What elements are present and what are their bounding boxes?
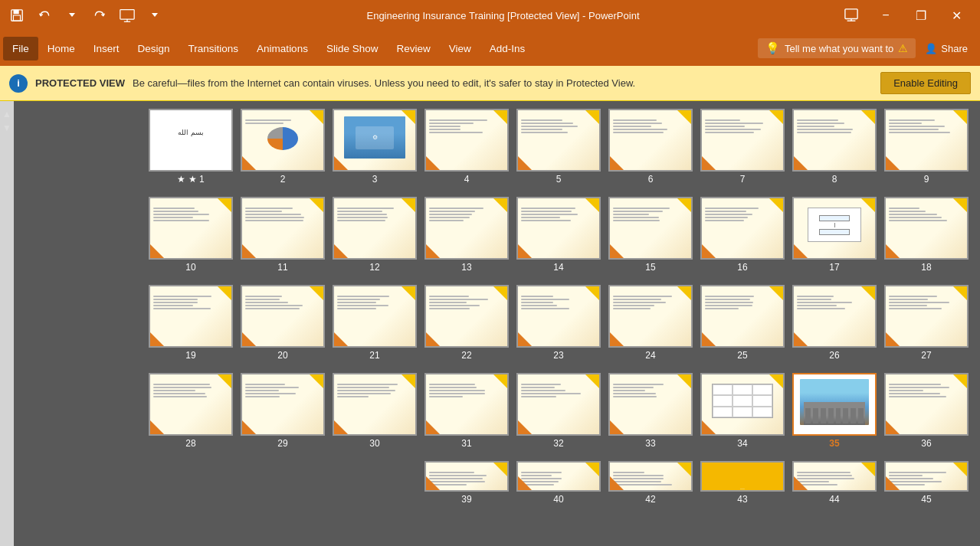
slide-item[interactable]: 28 [149,373,233,449]
slide-thumb-18[interactable] [884,197,969,260]
slide-thumb-27[interactable] [884,285,969,348]
slide-thumb-19[interactable] [149,285,233,348]
slide-item[interactable]: 17 [792,197,877,273]
slide-thumb-30[interactable] [333,373,417,436]
slide-item[interactable]: 34 [700,373,785,449]
slide-thumb-34[interactable] [700,373,785,436]
slide-thumb-43[interactable]: ... [700,461,785,492]
slide-item[interactable]: 8 [792,109,877,185]
slide-thumb-17[interactable] [792,197,877,260]
slides-area[interactable]: 987654⚙32بسم الله★ 118171615141312111027… [14,101,980,546]
slide-thumb-16[interactable] [700,197,785,260]
slide-thumb-29[interactable] [241,373,325,436]
slide-item[interactable]: 10 [149,197,233,273]
slide-item[interactable]: 42 [608,461,693,505]
scroll-up-arrow[interactable]: ▲ [2,107,11,121]
slide-thumb-15[interactable] [608,197,693,260]
menu-animations[interactable]: Animations [247,37,317,60]
slide-thumb-7[interactable] [700,109,785,172]
slide-thumb-2[interactable] [241,109,325,172]
slide-item[interactable]: 45 [884,461,969,505]
slide-thumb-23[interactable] [516,285,601,348]
slide-thumb-14[interactable] [516,197,601,260]
undo-button[interactable] [34,5,55,26]
customize-qat-button[interactable] [61,5,83,26]
slide-item[interactable]: 44 [792,461,877,505]
slide-thumb-4[interactable] [424,109,509,172]
slide-thumb-11[interactable] [241,197,325,260]
slide-item[interactable]: ...43 [700,461,785,505]
slide-thumb-10[interactable] [149,197,233,260]
slide-item[interactable]: 12 [333,197,417,273]
slide-item[interactable]: 18 [884,197,969,273]
slide-thumb-31[interactable] [424,373,509,436]
slide-item[interactable]: 11 [241,197,325,273]
slide-thumb-40[interactable] [516,461,601,492]
slide-item[interactable]: 13 [424,197,509,273]
slide-thumb-12[interactable] [333,197,417,260]
slide-item[interactable]: 33 [608,373,693,449]
slide-item[interactable]: 15 [608,197,693,273]
slide-thumb-5[interactable] [516,109,601,172]
menu-slideshow[interactable]: Slide Show [317,37,388,60]
redo-button[interactable] [89,5,110,26]
enable-editing-button[interactable]: Enable Editing [880,72,971,94]
slide-thumb-26[interactable] [792,285,877,348]
slide-item[interactable]: 4 [424,109,509,185]
tell-me-search[interactable]: 💡 Tell me what you want to ⚠ [758,38,916,58]
close-button[interactable]: ✕ [939,0,974,31]
slide-thumb-28[interactable] [149,373,233,436]
slide-thumb-36[interactable] [884,373,969,436]
dropdown-arrow[interactable] [144,5,166,26]
slide-thumb-42[interactable] [608,461,693,492]
slide-thumb-13[interactable] [424,197,509,260]
slide-item[interactable]: 29 [241,373,325,449]
slide-thumb-25[interactable] [700,285,785,348]
slide-item[interactable]: 25 [700,285,785,361]
restore-button[interactable]: ❐ [903,0,939,31]
slide-item[interactable]: 9 [884,109,969,185]
slide-item[interactable]: 26 [792,285,877,361]
slide-thumb-8[interactable] [792,109,877,172]
slide-item[interactable]: 36 [884,373,969,449]
menu-view[interactable]: View [440,37,480,60]
slide-thumb-22[interactable] [424,285,509,348]
slide-item[interactable]: 22 [424,285,509,361]
help-icon[interactable] [841,5,862,26]
slide-item[interactable]: 21 [333,285,417,361]
slide-item[interactable]: 32 [516,373,601,449]
slide-item[interactable]: 40 [516,461,601,505]
share-button[interactable]: 👤 Share [916,40,977,57]
slide-item[interactable]: 6 [608,109,693,185]
slide-item[interactable]: 31 [424,373,509,449]
slide-item[interactable]: بسم الله★ 1 [149,109,233,185]
scroll-down-arrow[interactable]: ▼ [2,121,11,135]
slide-item[interactable]: 2 [241,109,325,185]
slide-thumb-24[interactable] [608,285,693,348]
minimize-button[interactable]: − [868,0,903,31]
slide-item[interactable]: 19 [149,285,233,361]
menu-file[interactable]: File [3,37,38,60]
slide-thumb-45[interactable] [884,461,969,492]
menu-addins[interactable]: Add-Ins [480,37,535,60]
slide-thumb-32[interactable] [516,373,601,436]
slide-item[interactable]: 39 [424,461,509,505]
slide-thumb-35[interactable] [792,373,877,436]
slide-thumb-39[interactable] [424,461,509,492]
save-button[interactable] [6,5,28,26]
slide-item[interactable]: 24 [608,285,693,361]
slide-item[interactable]: 27 [884,285,969,361]
menu-home[interactable]: Home [38,37,84,60]
slide-item[interactable]: 20 [241,285,325,361]
slide-thumb-20[interactable] [241,285,325,348]
slide-item[interactable]: 14 [516,197,601,273]
slide-thumb-1[interactable]: بسم الله [149,109,233,172]
slide-item[interactable]: 30 [333,373,417,449]
menu-review[interactable]: Review [387,37,439,60]
slide-item[interactable]: 23 [516,285,601,361]
slide-thumb-6[interactable] [608,109,693,172]
slide-item[interactable]: 16 [700,197,785,273]
slide-thumb-9[interactable] [884,109,969,172]
slide-thumb-3[interactable]: ⚙ [333,109,417,172]
slide-thumb-33[interactable] [608,373,693,436]
